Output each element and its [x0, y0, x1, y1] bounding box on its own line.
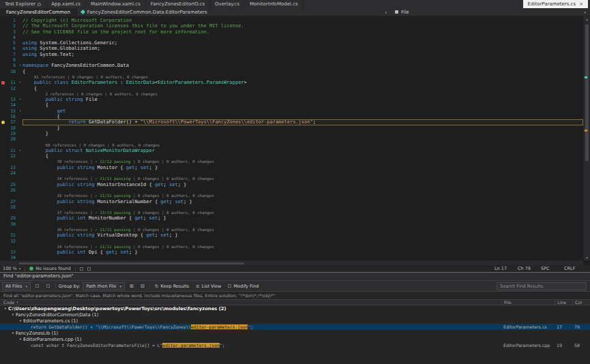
- results-column-header[interactable]: Code ▾ File Line Col: [0, 299, 590, 305]
- stop-search-icon[interactable]: [33, 282, 42, 290]
- document-tab[interactable]: MonitorInfoModel.cs: [245, 0, 304, 8]
- tab-label: Overlay.cs: [215, 1, 239, 7]
- code-area[interactable]: 1// Copyright (c) Microsoft Corporation2…: [0, 16, 583, 260]
- spaces-indicator[interactable]: SPC: [541, 266, 564, 271]
- project-dropdown[interactable]: FancyZonesEditorCommon: [0, 8, 77, 16]
- gutter: [0, 182, 6, 187]
- find-result-row[interactable]: const wchar_t FancyZonesEditorParameters…: [0, 342, 590, 348]
- document-tab[interactable]: App.xaml.cs: [46, 0, 86, 8]
- tree-node-label: FancyZonesEditorCommon\Data (1): [16, 312, 98, 318]
- keep-results-toggle[interactable]: ↻ Keep Results: [153, 282, 191, 290]
- code-line: 14 {: [0, 102, 583, 108]
- line-number: 24: [6, 170, 18, 176]
- caret-position-group: Ln 17 Ch 79 SPC CRLF: [495, 266, 587, 271]
- fold-chevron-icon[interactable]: ▾: [18, 97, 23, 102]
- tree-expander-icon[interactable]: ▾: [18, 319, 23, 322]
- chevron-down-icon: ▾: [16, 301, 18, 304]
- tree-expander-icon[interactable]: ▾: [10, 331, 16, 335]
- eol-indicator[interactable]: CRLF: [564, 266, 587, 271]
- search-find-results-input[interactable]: [497, 282, 587, 290]
- scroll-up-icon[interactable]: ▴: [584, 17, 590, 21]
- member-dropdown[interactable]: File ▾: [391, 8, 590, 16]
- find-tree-row[interactable]: ▾C:\Users\zhaopengwang\Desktop\powertoys…: [0, 305, 590, 312]
- find-tree-row[interactable]: ▾EditorParameters.cpp (1): [0, 336, 590, 342]
- tree-node-label: EditorParameters.cs (1): [23, 318, 78, 324]
- document-tab[interactable]: Test Explorer: [0, 0, 46, 8]
- expand-all-icon[interactable]: ⊞: [128, 282, 136, 290]
- chevron-down-icon: ▾: [19, 267, 21, 271]
- gear-icon[interactable]: [38, 3, 41, 6]
- class-icon: [80, 10, 85, 14]
- find-tree-row[interactable]: ▾EditorParameters.cs (1): [0, 318, 590, 324]
- type-dropdown[interactable]: FancyZonesEditorCommon.Data.EditorParame…: [77, 8, 391, 16]
- modify-find-button[interactable]: Modify Find: [226, 282, 261, 290]
- column-header-col[interactable]: Col: [572, 300, 590, 305]
- fold-chevron-icon: [18, 40, 23, 46]
- gutter: [0, 232, 6, 238]
- find-panel-title: Find "editor-parameters.json": [0, 273, 590, 280]
- scroll-down-icon[interactable]: ▾: [584, 256, 590, 260]
- code-text: using System.Text;: [23, 52, 583, 57]
- fold-chevron-icon: [18, 91, 23, 97]
- active-document-tab[interactable]: EditorParameters.cs ×: [523, 0, 588, 8]
- column-header-line[interactable]: Line: [555, 300, 572, 305]
- column-header-code[interactable]: Code ▾: [0, 300, 501, 305]
- result-code-cell: ▾C:\Users\zhaopengwang\Desktop\powertoys…: [0, 306, 501, 312]
- code-token: ;: [164, 182, 169, 187]
- find-tree-row[interactable]: ▾FancyZonesEditorCommon\Data (1): [0, 312, 590, 318]
- result-code-cell: ▾EditorParameters.cpp (1): [0, 337, 501, 342]
- code-token: string: [77, 199, 94, 204]
- code-editor[interactable]: 1// Copyright (c) Microsoft Corporation2…: [0, 16, 590, 265]
- code-token: ✓ 12/12 passing: [95, 160, 130, 164]
- fold-chevron-icon: [18, 187, 23, 193]
- find-tree-row[interactable]: ▾FancyZonesLib (1): [0, 330, 590, 336]
- fold-chevron-icon[interactable]: ▾: [18, 108, 23, 114]
- vertical-scrollbar[interactable]: ▴ ▾: [583, 16, 590, 260]
- find-results-list[interactable]: ▾C:\Users\zhaopengwang\Desktop\powertoys…: [0, 305, 590, 348]
- zoom-control[interactable]: 100 % ▾: [3, 266, 20, 271]
- fold-chevron-icon: [18, 249, 23, 255]
- lightbulb-icon[interactable]: [1, 121, 5, 124]
- close-icon[interactable]: ×: [579, 1, 583, 7]
- document-tab[interactable]: FancyZonesEditorIO.cs: [146, 0, 210, 8]
- code-line: 31 public string VirtualDesktop { get; s…: [0, 232, 583, 238]
- code-token: return: [68, 119, 85, 125]
- misc-icon[interactable]: [80, 267, 83, 271]
- test-status-icon[interactable]: [1, 81, 5, 85]
- fold-chevron-icon[interactable]: ▾: [18, 80, 23, 85]
- scrollbar-thumb[interactable]: [585, 25, 589, 161]
- code-token: set: [175, 199, 183, 204]
- horizontal-scrollbar[interactable]: [0, 260, 583, 265]
- list-view-toggle[interactable]: ≡ List View: [194, 282, 223, 290]
- code-text: using System.Collections.Generic;: [23, 40, 583, 46]
- scope-dropdown[interactable]: All Files ▾: [2, 282, 31, 290]
- code-text: {: [23, 69, 583, 74]
- result-col-cell: 79: [572, 324, 590, 329]
- misc-icon[interactable]: [87, 267, 91, 271]
- scrollbar-thumb[interactable]: [19, 262, 244, 264]
- code-token: set: [149, 215, 158, 221]
- collapse-all-icon[interactable]: ⊟: [138, 282, 147, 290]
- code-token: ; }: [178, 182, 187, 187]
- result-code-cell: ▾FancyZonesLib (1): [0, 331, 501, 336]
- line-number: [6, 91, 18, 97]
- code-line: 25 public string MonitorInstanceId { get…: [0, 182, 583, 187]
- document-tab[interactable]: Overlay.cs: [210, 0, 245, 8]
- clear-results-icon[interactable]: [44, 282, 53, 290]
- gutter: [0, 119, 6, 125]
- document-health-indicator[interactable]: ✓ No issues found: [29, 266, 71, 271]
- tree-expander-icon[interactable]: ▾: [10, 313, 16, 316]
- code-token: [23, 119, 68, 125]
- group-by-dropdown[interactable]: Path then File ▾: [83, 282, 125, 290]
- result-code-cell: return GetDataFolder() + "\\Microsoft\\P…: [0, 324, 501, 329]
- fold-chevron-icon[interactable]: ▾: [18, 63, 23, 68]
- fold-chevron-icon[interactable]: ▾: [18, 148, 23, 153]
- tree-expander-icon[interactable]: ▾: [18, 337, 23, 341]
- line-number: 34: [6, 255, 18, 260]
- column-header-file[interactable]: File: [501, 300, 555, 305]
- document-tab[interactable]: MainWindow.xaml.cs: [86, 0, 146, 8]
- line-number: 2: [6, 23, 18, 29]
- gutter: [0, 187, 6, 193]
- find-result-row[interactable]: return GetDataFolder() + "\\Microsoft\\P…: [0, 324, 590, 330]
- tree-expander-icon[interactable]: ▾: [3, 307, 8, 310]
